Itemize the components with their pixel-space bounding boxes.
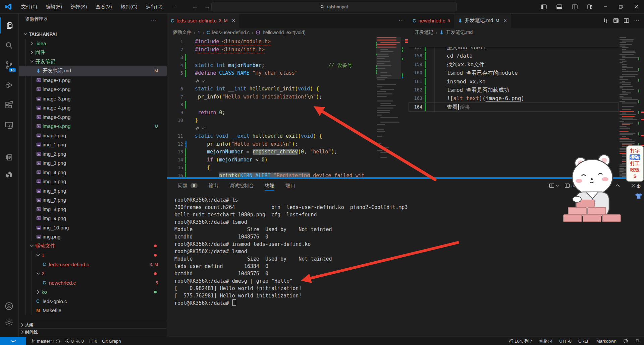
panel-tab-输出[interactable]: 输出 bbox=[209, 179, 218, 192]
command-center-search[interactable]: taishanpai bbox=[211, 2, 457, 11]
tree-item-img_4.png[interactable]: img_4.png bbox=[18, 168, 167, 177]
markdown-editor[interactable]: 157进入adb shell158cd /data159找到xx.ko文件160… bbox=[409, 37, 644, 179]
panel-tab-端口[interactable]: 端口 bbox=[285, 179, 295, 192]
notifications-bell-icon[interactable] bbox=[635, 339, 640, 344]
git-branch-item[interactable]: master*+ bbox=[31, 339, 60, 344]
panel-tab-终端[interactable]: 终端 bbox=[265, 179, 274, 192]
panel-tab-问题[interactable]: 问题8 bbox=[178, 179, 198, 192]
tree-item-newchrled.c[interactable]: Cnewchrled.c5 bbox=[18, 278, 167, 288]
source-control-icon[interactable]: 13 bbox=[0, 57, 18, 73]
breadcrumb-2[interactable]: 开发笔记›⬇开发笔记.md bbox=[409, 28, 644, 37]
tree-item-img_10.png[interactable]: img_10.png bbox=[18, 223, 167, 232]
menu-item[interactable]: 查看(V) bbox=[91, 0, 116, 13]
toggle-sidebar-icon[interactable] bbox=[536, 0, 551, 13]
breadcrumb-item[interactable]: 驱动文件 bbox=[173, 29, 192, 36]
restore-icon[interactable] bbox=[613, 0, 629, 13]
menu-item[interactable]: 文件(F) bbox=[17, 0, 42, 13]
menu-item[interactable]: 运行(R) bbox=[142, 0, 167, 13]
maximize-panel-icon[interactable] bbox=[615, 183, 620, 188]
extensions-icon[interactable] bbox=[0, 97, 18, 113]
breadcrumb-item[interactable]: 开发笔记.md bbox=[446, 29, 473, 36]
tree-item-开发笔记.md[interactable]: ⬇开发笔记.mdM bbox=[18, 66, 167, 76]
ports-item[interactable]: 0 bbox=[89, 339, 97, 344]
tree-item-2[interactable]: 2 bbox=[18, 269, 167, 278]
terminal-output[interactable]: root@RK356X:/data# ls200frames_count.h26… bbox=[174, 196, 408, 307]
breadcrumb-item[interactable]: helloworld_exit(void) bbox=[263, 30, 306, 35]
pet-widget-controls[interactable]: Φ bbox=[635, 184, 642, 199]
inline-ai-decoration[interactable] bbox=[195, 125, 205, 133]
remote-indicator[interactable]: >< bbox=[0, 337, 26, 345]
tree-item-leds-gpio.c[interactable]: Cleds-gpio.c bbox=[18, 297, 167, 306]
tree-item-leds-user-defind.c[interactable]: Cleds-user-defind.c3, M bbox=[18, 260, 167, 269]
account-icon[interactable] bbox=[0, 298, 18, 314]
toggle-panel-icon[interactable] bbox=[551, 0, 567, 13]
breadcrumb-1[interactable]: 驱动文件›1›Cleds-user-defind.c›helloworld_ex… bbox=[167, 28, 409, 37]
eol-item[interactable]: CRLF bbox=[578, 339, 590, 344]
line-col-item[interactable]: 行 164, 列 7 bbox=[509, 338, 532, 344]
tree-item-img_8.png[interactable]: img_8.png bbox=[18, 205, 167, 214]
tree-item-开发笔记[interactable]: 开发笔记 bbox=[18, 57, 167, 67]
tab-close-icon[interactable]: × bbox=[504, 18, 507, 24]
tree-item-ko[interactable]: ko bbox=[18, 287, 167, 297]
code-editor-1[interactable]: 1#include <linux/module.h>2#include <lin… bbox=[167, 37, 409, 179]
tree-item-img_9.png[interactable]: img_9.png bbox=[18, 214, 167, 223]
more-actions-icon[interactable]: ··· bbox=[634, 18, 639, 24]
tree-item-image-5.png[interactable]: image-5.png bbox=[18, 113, 167, 122]
problems-item[interactable]: 8 0 bbox=[65, 339, 84, 344]
menu-item[interactable]: 编辑(E) bbox=[42, 0, 66, 13]
tree-item-img_2.png[interactable]: img_2.png bbox=[18, 149, 167, 159]
search-view-icon[interactable] bbox=[0, 38, 18, 54]
customize-layout-icon[interactable] bbox=[582, 0, 598, 13]
close-icon[interactable] bbox=[629, 0, 644, 13]
explorer-more-actions-icon[interactable]: ··· bbox=[151, 17, 157, 22]
tab-close-icon[interactable]: × bbox=[232, 18, 235, 24]
tab-leds-user-defind[interactable]: C leds-user-defind.c 3, M × bbox=[167, 13, 239, 28]
open-changes-icon[interactable] bbox=[603, 18, 608, 23]
tree-item-image-2.png[interactable]: image-2.png bbox=[18, 85, 167, 94]
tree-item-image-3.png[interactable]: image-3.png bbox=[18, 94, 167, 104]
breadcrumb-item[interactable]: 1 bbox=[198, 30, 200, 35]
timeline-section[interactable]: 时间线 bbox=[18, 328, 167, 336]
sticky-scroll-row[interactable]: 156 23.加载模块 bbox=[409, 38, 619, 47]
tree-item-image-6.png[interactable]: image-6.pngU bbox=[18, 122, 167, 131]
markdown-preview-icon[interactable] bbox=[613, 18, 619, 23]
tree-item-img.png[interactable]: img.png bbox=[18, 232, 167, 242]
nav-back-icon[interactable]: ← bbox=[192, 3, 198, 10]
remote-explorer-icon[interactable] bbox=[0, 117, 18, 133]
tree-item-.idea[interactable]: .idea bbox=[18, 39, 167, 48]
run-debug-icon[interactable] bbox=[0, 77, 18, 93]
tree-item-1[interactable]: 1 bbox=[18, 251, 167, 260]
minimap-1[interactable] bbox=[376, 37, 401, 179]
menu-item[interactable]: ··· bbox=[167, 0, 181, 13]
breadcrumb-item[interactable]: 开发笔记 bbox=[415, 29, 433, 36]
panel-tab-调试控制台[interactable]: 调试控制台 bbox=[229, 179, 254, 192]
tree-item-驱动文件[interactable]: 驱动文件 bbox=[18, 242, 167, 251]
tree-item-image-4.png[interactable]: image-4.png bbox=[18, 103, 167, 113]
doc-sync-icon[interactable] bbox=[0, 149, 18, 165]
language-item[interactable]: Markdown bbox=[596, 339, 616, 344]
tree-item-image.png[interactable]: image.png bbox=[18, 131, 167, 140]
inline-ai-decoration[interactable] bbox=[195, 77, 205, 85]
explorer-icon[interactable] bbox=[0, 17, 19, 33]
tree-item-image-1.png[interactable]: image-1.png bbox=[18, 76, 167, 85]
encoding-item[interactable]: UTF-8 bbox=[559, 339, 572, 344]
feedback-icon[interactable] bbox=[623, 339, 628, 344]
tab-newchrled.c[interactable]: Cnewchrled.c5 bbox=[409, 13, 454, 28]
outline-section[interactable]: 大纲 bbox=[18, 321, 167, 329]
settings-gear-icon[interactable] bbox=[0, 314, 18, 330]
tab-开发笔记.md[interactable]: ⬇开发笔记.mdM× bbox=[454, 13, 511, 28]
new-terminal-icon[interactable] bbox=[549, 183, 559, 188]
tree-item-TAISHANPAI[interactable]: TAISHANPAI bbox=[18, 29, 167, 39]
breadcrumb-item[interactable]: leds-user-defind.c bbox=[212, 30, 250, 35]
indent-item[interactable]: 空格: 4 bbox=[539, 338, 552, 344]
tree-item-img_5.png[interactable]: img_5.png bbox=[18, 177, 167, 186]
terminal-instance-item[interactable]: ao bbox=[565, 183, 576, 188]
tree-item-Makefile[interactable]: MMakefile bbox=[18, 306, 167, 315]
menu-item[interactable]: 转到(G) bbox=[116, 0, 142, 13]
tree-item-img_6.png[interactable]: img_6.png bbox=[18, 186, 167, 196]
tree-item-img_7.png[interactable]: img_7.png bbox=[18, 195, 167, 205]
panel-resize-sash[interactable] bbox=[167, 177, 644, 179]
tree-item-img_3.png[interactable]: img_3.png bbox=[18, 158, 167, 168]
nav-forward-icon[interactable]: → bbox=[204, 3, 210, 10]
git-graph-item[interactable]: Git Graph bbox=[102, 339, 121, 344]
